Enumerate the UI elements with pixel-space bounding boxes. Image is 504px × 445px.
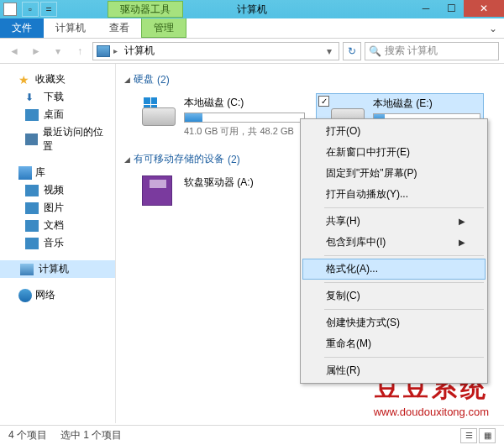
tab-file[interactable]: 文件	[0, 18, 44, 38]
menu-properties[interactable]: 属性(R)	[302, 360, 486, 381]
menu-create-shortcut[interactable]: 创建快捷方式(S)	[302, 312, 486, 333]
video-icon	[25, 185, 39, 196]
menu-open-new-window[interactable]: 在新窗口中打开(E)	[302, 142, 486, 163]
breadcrumb[interactable]: 计算机	[121, 44, 158, 58]
window-title: 计算机	[237, 3, 267, 17]
address-dropdown-icon[interactable]: ▾	[323, 45, 335, 57]
sidebar-label: 库	[35, 165, 45, 180]
menu-share[interactable]: 共享(H)▶	[302, 211, 486, 232]
refresh-button[interactable]: ↻	[343, 42, 361, 60]
sidebar-label: 收藏夹	[35, 72, 66, 86]
menu-separator	[324, 357, 484, 358]
search-input[interactable]: 🔍 搜索 计算机	[365, 42, 499, 60]
item-count: 4 个项目	[8, 428, 47, 442]
history-dropdown[interactable]: ▾	[49, 42, 67, 60]
menu-format[interactable]: 格式化(A)...	[302, 259, 486, 280]
sidebar-item-downloads[interactable]: ⬇下载	[0, 88, 115, 106]
drive-stat: 41.0 GB 可用，共 48.2 GB	[184, 125, 305, 138]
star-icon: ★	[18, 73, 32, 86]
download-icon: ⬇	[25, 92, 39, 103]
app-icon	[3, 3, 17, 16]
section-hdd[interactable]: ◢ 硬盘 (2)	[124, 69, 496, 90]
desktop-icon	[25, 109, 39, 121]
sidebar-item-music[interactable]: 音乐	[0, 234, 115, 252]
drive-name: 本地磁盘 (E:)	[373, 97, 480, 111]
status-bar: 4 个项目 选中 1 个项目 ☰ ▦	[0, 425, 504, 445]
menu-separator	[324, 309, 484, 310]
forward-button[interactable]: ►	[27, 42, 45, 60]
sidebar-network[interactable]: 网络	[0, 286, 115, 304]
menu-pin-start[interactable]: 固定到"开始"屏幕(P)	[302, 163, 486, 184]
collapse-icon: ◢	[124, 155, 130, 164]
menu-autoplay[interactable]: 打开自动播放(Y)...	[302, 184, 486, 205]
computer-icon	[20, 264, 34, 275]
sidebar-computer[interactable]: 计算机	[0, 260, 115, 278]
address-input[interactable]: ▸ 计算机 ▾	[92, 42, 339, 60]
ribbon-expand-icon[interactable]: ⌄	[482, 18, 504, 38]
up-button[interactable]: ↑	[71, 42, 89, 60]
sidebar-item-pictures[interactable]: 图片	[0, 199, 115, 217]
sidebar-label: 网络	[35, 288, 55, 302]
back-button[interactable]: ◄	[5, 42, 24, 60]
sidebar-item-recent[interactable]: 最近访问的位置	[0, 123, 115, 155]
tab-computer[interactable]: 计算机	[44, 18, 97, 38]
view-tiles-button[interactable]: ▦	[479, 428, 496, 443]
search-placeholder: 搜索 计算机	[385, 44, 438, 58]
sidebar: ★ 收藏夹 ⬇下载 桌面 最近访问的位置 库 视频 图片 文档 音乐 计算机	[0, 64, 116, 423]
close-button[interactable]: ✕	[464, 0, 504, 17]
address-bar: ◄ ► ▾ ↑ ▸ 计算机 ▾ ↻ 🔍 搜索 计算机	[0, 39, 504, 64]
network-icon	[18, 289, 32, 302]
tab-manage[interactable]: 管理	[141, 18, 186, 38]
qat-dropdown[interactable]: =	[40, 2, 57, 17]
drive-name: 本地磁盘 (C:)	[184, 96, 305, 110]
context-menu: 打开(O) 在新窗口中打开(E) 固定到"开始"屏幕(P) 打开自动播放(Y).…	[300, 118, 488, 384]
menu-separator	[324, 207, 484, 208]
sidebar-item-desktop[interactable]: 桌面	[0, 106, 115, 123]
submenu-arrow-icon: ▶	[459, 217, 465, 226]
menu-open[interactable]: 打开(O)	[302, 121, 486, 142]
maximize-button[interactable]: ☐	[438, 0, 464, 17]
minimize-button[interactable]: ─	[413, 0, 438, 17]
menu-separator	[324, 282, 484, 283]
search-icon: 🔍	[369, 45, 381, 57]
drive-c[interactable]: 本地磁盘 (C:) 41.0 GB 可用，共 48.2 GB	[139, 93, 307, 140]
drive-icon	[142, 96, 177, 126]
contextual-tab[interactable]: 驱动器工具	[108, 1, 183, 18]
ribbon-tabs: 文件 计算机 查看 管理 ⌄	[0, 18, 504, 39]
document-icon	[25, 220, 39, 232]
recent-icon	[25, 134, 38, 145]
selection-checkbox[interactable]: ✓	[318, 96, 329, 107]
drive-name: 软盘驱动器 (A:)	[184, 175, 305, 190]
collapse-icon: ◢	[124, 76, 130, 84]
sidebar-libraries[interactable]: 库	[0, 164, 115, 181]
picture-icon	[25, 202, 39, 214]
sidebar-item-documents[interactable]: 文档	[0, 217, 115, 234]
tab-view[interactable]: 查看	[97, 18, 141, 38]
window-controls: ─ ☐ ✕	[413, 0, 504, 17]
sidebar-favorites[interactable]: ★ 收藏夹	[0, 71, 115, 88]
capacity-bar	[184, 113, 305, 123]
menu-separator	[324, 255, 484, 256]
selection-count: 选中 1 个项目	[60, 428, 122, 442]
chevron-icon: ▸	[113, 46, 118, 55]
drive-a[interactable]: 软盘驱动器 (A:)	[139, 173, 307, 208]
titlebar: ▫ = 驱动器工具 计算机 ─ ☐ ✕	[0, 0, 504, 18]
computer-icon	[97, 45, 110, 57]
library-icon	[18, 166, 32, 180]
floppy-icon	[142, 175, 177, 206]
watermark-url: www.doudouxitong.com	[374, 406, 489, 418]
submenu-arrow-icon: ▶	[459, 238, 465, 247]
view-details-button[interactable]: ☰	[460, 428, 477, 443]
sidebar-label: 计算机	[39, 262, 69, 276]
music-icon	[25, 238, 39, 249]
menu-copy[interactable]: 复制(C)	[302, 285, 486, 306]
qat-btn[interactable]: ▫	[22, 2, 39, 17]
menu-rename[interactable]: 重命名(M)	[302, 333, 486, 354]
sidebar-item-videos[interactable]: 视频	[0, 181, 115, 199]
menu-include-library[interactable]: 包含到库中(I)▶	[302, 232, 486, 253]
